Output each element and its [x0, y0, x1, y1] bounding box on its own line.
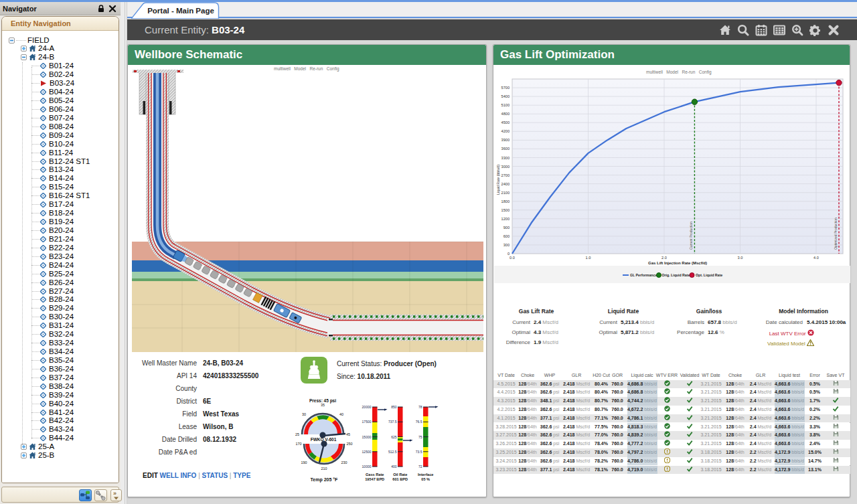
svg-text:40: 40: [339, 412, 343, 416]
svg-text:4200: 4200: [501, 129, 510, 133]
svg-text:3300: 3300: [501, 156, 510, 160]
svg-text:Opt. Liquid Rate: Opt. Liquid Rate: [696, 273, 722, 277]
svg-text:45: 45: [346, 432, 350, 436]
svg-text:Temp 205 °F: Temp 205 °F: [311, 477, 339, 483]
svg-text:230: 230: [341, 460, 347, 465]
svg-text:170: 170: [296, 442, 302, 446]
svg-text:2700: 2700: [501, 173, 510, 177]
svg-text:»: »: [113, 490, 116, 497]
svg-text:72: 72: [418, 465, 422, 469]
svg-text:4500: 4500: [501, 120, 510, 124]
svg-text:210: 210: [321, 467, 327, 471]
svg-text:30: 30: [302, 412, 306, 416]
svg-text:400: 400: [391, 465, 397, 469]
svg-text:2400: 2400: [501, 182, 510, 186]
svg-text:737.5: 737.5: [388, 420, 397, 424]
svg-text:190: 190: [301, 460, 307, 465]
svg-text:1200: 1200: [501, 217, 510, 221]
svg-text:Interface: Interface: [418, 473, 433, 477]
svg-text:Current Production: Current Production: [689, 222, 693, 250]
svg-text:76.5: 76.5: [416, 420, 422, 424]
svg-text:78: 78: [418, 405, 422, 409]
svg-text:250: 250: [347, 442, 353, 446]
svg-text:5700: 5700: [501, 86, 510, 90]
svg-text:3.0: 3.0: [738, 256, 743, 260]
svg-text:Gas Lift Injection Rate (Mscf/: Gas Lift Injection Rate (Mscf/d): [648, 261, 707, 265]
svg-text:20000: 20000: [362, 405, 372, 409]
svg-text:35: 35: [321, 403, 325, 407]
svg-text:600: 600: [503, 234, 510, 238]
svg-text:4800: 4800: [501, 112, 510, 116]
svg-text:12500: 12500: [362, 450, 372, 454]
svg-text:Orig. Liquid Rate: Orig. Liquid Rate: [662, 273, 690, 277]
svg-text:1500: 1500: [501, 208, 510, 212]
svg-text:75: 75: [418, 435, 422, 439]
svg-text:Gass Rate: Gass Rate: [366, 473, 384, 477]
svg-text:3000: 3000: [501, 165, 510, 169]
svg-text:5400: 5400: [501, 94, 510, 98]
svg-text:2100: 2100: [501, 191, 510, 195]
svg-text:Liquid Rate (bbls/d): Liquid Rate (bbls/d): [496, 165, 500, 195]
svg-text:2.0: 2.0: [661, 256, 667, 260]
svg-text:625: 625: [391, 435, 397, 439]
svg-text:512.5: 512.5: [388, 450, 397, 454]
svg-text:05 %: 05 %: [421, 477, 430, 481]
svg-text:3600: 3600: [501, 147, 510, 151]
svg-text:0.0: 0.0: [510, 256, 515, 260]
svg-text:300: 300: [503, 243, 510, 247]
svg-text:Oil Rate: Oil Rate: [393, 473, 407, 477]
svg-text:15000: 15000: [362, 435, 372, 439]
svg-text:GL Performance: GL Performance: [630, 273, 657, 277]
svg-text:25: 25: [295, 432, 299, 436]
svg-text:73.5: 73.5: [416, 450, 422, 454]
svg-text:1800: 1800: [501, 199, 510, 203]
svg-text:Optimized Production: Optimized Production: [834, 218, 838, 250]
svg-text:Portal - Main Page: Portal - Main Page: [147, 7, 214, 15]
svg-text:10000: 10000: [362, 465, 372, 469]
svg-text:601 BPD: 601 BPD: [392, 477, 408, 481]
svg-text:4.0: 4.0: [813, 256, 819, 260]
svg-text:17500: 17500: [362, 420, 372, 424]
svg-text:900: 900: [503, 226, 510, 230]
svg-text:850: 850: [391, 405, 397, 409]
svg-text:3900: 3900: [501, 138, 510, 142]
svg-text:1.0: 1.0: [586, 256, 591, 260]
svg-text:5100: 5100: [501, 103, 510, 107]
svg-text:19547 BPD: 19547 BPD: [365, 477, 384, 481]
